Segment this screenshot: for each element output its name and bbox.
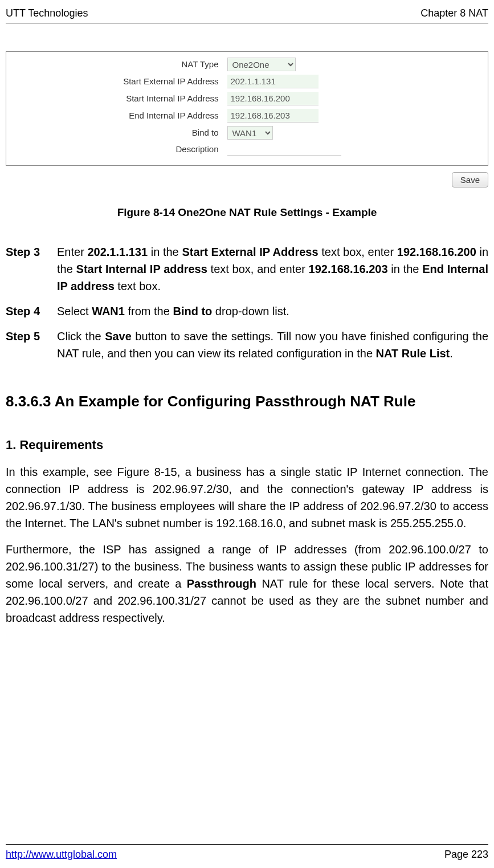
header-left: UTT Technologies <box>6 6 88 21</box>
step-4-label: Step 4 <box>6 303 57 320</box>
t: text box, enter <box>319 246 397 258</box>
start-ext-label: Start External IP Address <box>96 75 227 88</box>
step-4: Step 4 Select WAN1 from the Bind to drop… <box>6 303 488 320</box>
step-5-label: Step 5 <box>6 328 57 362</box>
requirements-para2: Furthermore, the ISP has assigned a rang… <box>6 541 488 626</box>
t: Enter <box>57 246 87 258</box>
section-heading: 8.3.6.3 An Example for Configuring Passt… <box>6 390 488 413</box>
step-5: Step 5 Click the Save button to save the… <box>6 328 488 362</box>
end-int-label: End Internal IP Address <box>96 109 227 123</box>
description-row: Description <box>96 143 393 156</box>
figure-screenshot: NAT Type One2One Start External IP Addre… <box>6 51 488 166</box>
t: in the <box>388 263 423 275</box>
t: text box. <box>115 280 161 292</box>
t: in the <box>148 246 182 258</box>
t: drop-down list. <box>212 305 289 317</box>
form-area: NAT Type One2One Start External IP Addre… <box>96 58 393 156</box>
description-input[interactable] <box>227 143 341 156</box>
b: WAN1 <box>92 305 125 317</box>
bind-to-select[interactable]: WAN1 <box>227 126 273 140</box>
step-3-label: Step 3 <box>6 243 57 295</box>
nat-type-select[interactable]: One2One <box>227 58 296 71</box>
page-header: UTT Technologies Chapter 8 NAT <box>6 6 488 23</box>
bind-to-label: Bind to <box>96 127 227 140</box>
header-right: Chapter 8 NAT <box>420 6 488 21</box>
t: Select <box>57 305 92 317</box>
footer-url[interactable]: http://www.uttglobal.com <box>6 847 117 862</box>
start-ext-row: Start External IP Address <box>96 75 393 88</box>
b: Start Internal IP address <box>76 263 207 275</box>
requirements-heading: 1. Requirements <box>6 435 488 454</box>
step-5-text: Click the Save button to save the settin… <box>57 328 488 362</box>
footer-page: Page 223 <box>444 847 488 862</box>
t: from the <box>125 305 173 317</box>
start-int-input[interactable] <box>227 92 319 105</box>
content: NAT Type One2One Start External IP Addre… <box>6 51 488 635</box>
t: Click the <box>57 330 105 343</box>
figure-caption: Figure 8-14 One2One NAT Rule Settings - … <box>6 205 488 221</box>
step-3: Step 3 Enter 202.1.1.131 in the Start Ex… <box>6 243 488 295</box>
start-int-row: Start Internal IP Address <box>96 92 393 105</box>
start-int-label: Start Internal IP Address <box>96 92 227 105</box>
save-button[interactable]: Save <box>452 172 488 188</box>
b: NAT Rule List <box>376 347 450 360</box>
b: Bind to <box>173 305 212 317</box>
step-4-text: Select WAN1 from the Bind to drop-down l… <box>57 303 488 320</box>
start-ext-input[interactable] <box>227 75 319 88</box>
end-int-input[interactable] <box>227 109 319 123</box>
t: . <box>450 347 453 360</box>
end-int-row: End Internal IP Address <box>96 109 393 123</box>
t: text box, and enter <box>207 263 309 275</box>
nat-type-row: NAT Type One2One <box>96 58 393 71</box>
page-footer: http://www.uttglobal.com Page 223 <box>6 844 488 862</box>
step-3-text: Enter 202.1.1.131 in the Start External … <box>57 243 488 295</box>
b: Passthrough <box>187 577 256 590</box>
requirements-para1: In this example, see Figure 8-15, a busi… <box>6 463 488 532</box>
bind-to-row: Bind to WAN1 <box>96 126 393 140</box>
b: 202.1.1.131 <box>87 246 148 258</box>
save-row: Save <box>6 170 488 188</box>
b: Start External IP Address <box>182 246 318 258</box>
b: 192.168.16.200 <box>397 246 476 258</box>
b: 192.168.16.203 <box>309 263 388 275</box>
nat-type-label: NAT Type <box>96 58 227 71</box>
description-label: Description <box>96 143 227 156</box>
b: Save <box>105 330 132 343</box>
